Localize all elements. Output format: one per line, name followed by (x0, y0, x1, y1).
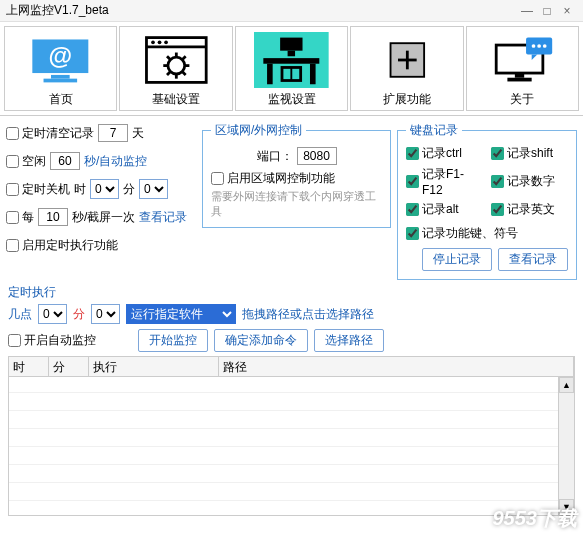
svg-line-17 (167, 71, 171, 75)
port-input[interactable] (297, 147, 337, 165)
svg-rect-19 (280, 38, 302, 51)
idle-unit-link[interactable]: 秒/自动监控 (84, 153, 147, 170)
schedule-section-title: 定时执行 (8, 284, 583, 301)
shutdown-hour-select[interactable]: 0 (90, 179, 119, 199)
svg-point-7 (157, 40, 161, 44)
svg-rect-20 (288, 51, 295, 57)
points-label: 几点 (8, 306, 32, 323)
col-minute[interactable]: 分 (49, 357, 89, 376)
toolbar-label: 监视设置 (238, 91, 345, 108)
clear-records-checkbox[interactable]: 定时清空记录 (6, 125, 94, 142)
window-title: 上网监控V1.7_beta (6, 2, 517, 19)
svg-rect-30 (515, 73, 524, 78)
kb-numbers-checkbox[interactable]: 记录数字 (491, 166, 568, 197)
start-monitor-button[interactable]: 开始监控 (138, 329, 208, 352)
maximize-button[interactable]: □ (537, 4, 557, 18)
col-path[interactable]: 路径 (219, 357, 574, 376)
every-checkbox[interactable]: 每 (6, 209, 34, 226)
svg-rect-2 (44, 79, 78, 83)
toolbar-basic-settings[interactable]: 基础设置 (119, 26, 232, 111)
kb-ctrl-checkbox[interactable]: 记录ctrl (406, 145, 483, 162)
drag-path-hint[interactable]: 拖拽路径或点击选择路径 (242, 306, 374, 323)
schedule-table: 时 分 执行 路径 ▲ ▼ (8, 356, 575, 516)
lan-legend: 区域网/外网控制 (211, 122, 306, 139)
enable-lan-checkbox[interactable]: 启用区域网控制功能 (211, 170, 335, 187)
kb-fkeys-checkbox[interactable]: 记录F1-F12 (406, 166, 483, 197)
toolbar-monitor-settings[interactable]: 监视设置 (235, 26, 348, 111)
toolbar-label: 基础设置 (122, 91, 229, 108)
svg-point-8 (164, 40, 168, 44)
chat-monitor-icon (469, 31, 576, 89)
svg-rect-1 (51, 75, 70, 79)
col-exec[interactable]: 执行 (89, 357, 219, 376)
at-monitor-icon: @ (7, 31, 114, 89)
hour-label: 时 (74, 181, 86, 198)
shutdown-minute-select[interactable]: 0 (139, 179, 168, 199)
sched-minute-select[interactable]: 0 (91, 304, 120, 324)
scroll-up-icon[interactable]: ▲ (559, 377, 574, 393)
svg-rect-23 (310, 64, 316, 85)
toolbar-label: 首页 (7, 91, 114, 108)
svg-line-15 (182, 71, 186, 75)
clear-days-input[interactable] (98, 124, 128, 142)
toolbar-home[interactable]: @ 首页 (4, 26, 117, 111)
minute-label: 分 (123, 181, 135, 198)
toolbar-extensions[interactable]: 扩展功能 (350, 26, 463, 111)
svg-point-34 (532, 44, 536, 48)
watermark: 9553下载 (493, 505, 578, 532)
kb-english-checkbox[interactable]: 记录英文 (491, 201, 568, 218)
confirm-add-button[interactable]: 确定添加命令 (214, 329, 308, 352)
svg-line-14 (167, 56, 171, 60)
auto-monitor-checkbox[interactable]: 开启自动监控 (8, 332, 96, 349)
unit-label: 天 (132, 125, 144, 142)
col-hour[interactable]: 时 (9, 357, 49, 376)
kb-special-checkbox[interactable]: 记录功能键、符号 (406, 225, 518, 242)
plus-square-icon (353, 31, 460, 89)
svg-text:@: @ (49, 42, 73, 69)
unit-label: 秒/截屏一次 (72, 209, 135, 226)
vertical-scrollbar[interactable]: ▲ ▼ (558, 377, 574, 515)
toolbar-label: 关于 (469, 91, 576, 108)
keyboard-record-group: 键盘记录 记录ctrl 记录shift 记录F1-F12 记录数字 记录alt … (397, 122, 577, 280)
idle-checkbox[interactable]: 空闲 (6, 153, 46, 170)
svg-line-16 (182, 56, 186, 60)
minimize-button[interactable]: — (517, 4, 537, 18)
idle-seconds-input[interactable] (50, 152, 80, 170)
svg-rect-21 (264, 58, 320, 64)
svg-point-6 (151, 40, 155, 44)
view-record-button[interactable]: 查看记录 (498, 248, 568, 271)
svg-point-36 (543, 44, 547, 48)
shutdown-checkbox[interactable]: 定时关机 (6, 181, 70, 198)
kb-shift-checkbox[interactable]: 记录shift (491, 145, 568, 162)
close-button[interactable]: × (557, 4, 577, 18)
lan-hint: 需要外网连接请下载个内网穿透工具 (211, 189, 382, 219)
minute-label: 分 (73, 306, 85, 323)
run-action-select[interactable]: 运行指定软件 (126, 304, 236, 324)
gear-window-icon (122, 31, 229, 89)
port-label: 端口： (257, 148, 293, 165)
stop-record-button[interactable]: 停止记录 (422, 248, 492, 271)
kb-alt-checkbox[interactable]: 记录alt (406, 201, 483, 218)
kb-legend: 键盘记录 (406, 122, 462, 139)
svg-marker-33 (532, 54, 538, 60)
choose-path-button[interactable]: 选择路径 (314, 329, 384, 352)
screenshot-interval-input[interactable] (38, 208, 68, 226)
svg-rect-31 (507, 78, 531, 82)
toolbar-about[interactable]: 关于 (466, 26, 579, 111)
svg-point-35 (537, 44, 541, 48)
svg-rect-22 (267, 64, 273, 85)
toolbar-label: 扩展功能 (353, 91, 460, 108)
lan-control-group: 区域网/外网控制 端口： 启用区域网控制功能 需要外网连接请下载个内网穿透工具 (202, 122, 391, 228)
desk-icon (238, 31, 345, 89)
enable-schedule-checkbox[interactable]: 启用定时执行功能 (6, 237, 118, 254)
sched-hour-select[interactable]: 0 (38, 304, 67, 324)
view-records-link[interactable]: 查看记录 (139, 209, 187, 226)
